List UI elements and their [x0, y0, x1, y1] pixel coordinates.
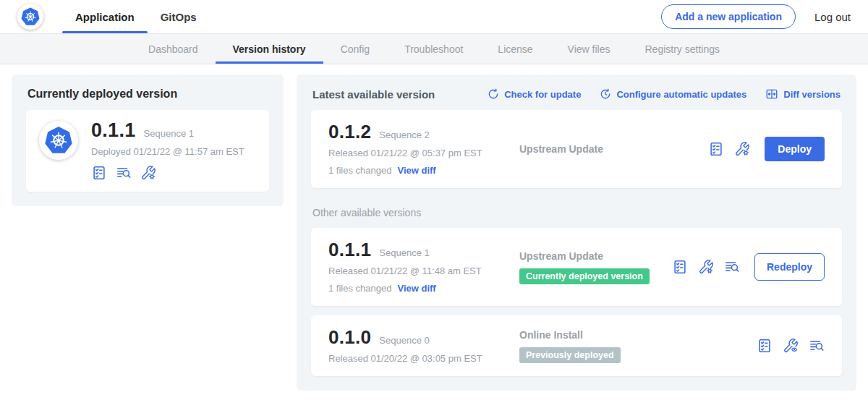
configure-automatic-updates-link[interactable]: Configure automatic updates — [600, 88, 746, 101]
subnav-config[interactable]: Config — [323, 34, 387, 64]
files-changed-label: 1 files changed — [328, 165, 391, 176]
kubernetes-logo[interactable] — [17, 4, 43, 30]
release-notes-checklist-icon[interactable] — [672, 259, 688, 275]
deployed-panel-title: Currently deployed version — [27, 88, 269, 101]
version-source: Online Install Previously deployed — [509, 329, 757, 363]
kubernetes-wheel-icon — [20, 7, 41, 27]
version-card-0-1-2: 0.1.2 Sequence 2 Released 01/21/22 @ 05:… — [311, 110, 842, 188]
app-icon-kubernetes — [39, 121, 78, 160]
version-source: Upstream Update — [509, 143, 708, 155]
edit-config-wrench-gear-icon[interactable] — [734, 141, 750, 157]
version-card-0-1-0: 0.1.0 Sequence 0 Released 01/20/22 @ 03:… — [311, 315, 842, 376]
view-files-search-icon[interactable] — [809, 338, 825, 354]
check-for-update-link[interactable]: Check for update — [488, 88, 581, 101]
view-config-wrench-eye-icon[interactable] — [783, 338, 799, 354]
version-number: 0.1.0 — [328, 328, 371, 347]
version-history-panel: Latest available version Check for updat… — [297, 75, 856, 391]
files-changed-label: 1 files changed — [328, 283, 391, 294]
redeploy-button[interactable]: Redeploy — [754, 253, 825, 281]
version-source: Upstream Update Currently deployed versi… — [509, 250, 672, 284]
subnav-license[interactable]: License — [480, 34, 550, 64]
currently-deployed-badge: Currently deployed version — [519, 268, 650, 284]
subnav-view-files[interactable]: View files — [550, 34, 628, 64]
configure-automatic-updates-label: Configure automatic updates — [616, 89, 746, 100]
kubernetes-wheel-icon — [43, 125, 74, 156]
edit-config-wrench-gear-icon[interactable] — [140, 165, 156, 181]
deployed-version-info: 0.1.1 Sequence 1 Deployed 01/21/22 @ 11:… — [91, 121, 244, 181]
view-diff-link[interactable]: View diff — [397, 165, 435, 176]
version-number: 0.1.1 — [328, 240, 371, 259]
tab-application[interactable]: Application — [62, 0, 148, 33]
view-files-search-icon[interactable] — [724, 259, 740, 275]
deployed-version-number: 0.1.1 — [91, 121, 136, 140]
release-notes-checklist-icon[interactable] — [757, 338, 773, 354]
primary-nav: Application GitOps — [62, 0, 210, 33]
deploy-button[interactable]: Deploy — [765, 137, 825, 161]
other-versions-title: Other available versions — [311, 207, 842, 218]
sequence-label: Sequence 2 — [379, 129, 429, 140]
version-info: 0.1.2 Sequence 2 Released 01/21/22 @ 05:… — [328, 122, 509, 176]
app-header: Application GitOps Add a new application… — [0, 0, 868, 34]
tab-gitops[interactable]: GitOps — [148, 0, 210, 33]
diff-versions-label: Diff versions — [783, 89, 841, 100]
version-card-actions: Redeploy — [672, 253, 825, 281]
currently-deployed-panel: Currently deployed version 0.1.1 Sequenc… — [12, 75, 284, 206]
previously-deployed-badge: Previously deployed — [519, 347, 621, 363]
sequence-label: Sequence 0 — [379, 335, 429, 346]
version-number: 0.1.2 — [328, 122, 371, 141]
subnav-version-history[interactable]: Version history — [216, 34, 323, 64]
source-label: Online Install — [519, 329, 757, 341]
source-label: Upstream Update — [519, 143, 708, 155]
main-content: Currently deployed version 0.1.1 Sequenc… — [0, 64, 868, 401]
released-timestamp: Released 01/21/22 @ 11:48 am EST — [328, 265, 509, 276]
view-diff-link[interactable]: View diff — [397, 283, 435, 294]
release-notes-checklist-icon[interactable] — [91, 165, 107, 181]
deployed-timestamp: Deployed 01/21/22 @ 11:57 am EST — [91, 146, 244, 157]
release-notes-checklist-icon[interactable] — [708, 141, 724, 157]
app-subnav: Dashboard Version history Config Trouble… — [0, 34, 868, 64]
version-info: 0.1.0 Sequence 0 Released 01/20/22 @ 03:… — [328, 328, 509, 364]
released-timestamp: Released 01/21/22 @ 05:37 pm EST — [328, 148, 509, 158]
subnav-registry-settings[interactable]: Registry settings — [628, 34, 737, 64]
version-card-actions — [757, 338, 825, 354]
latest-available-title: Latest available version — [312, 88, 435, 101]
diff-icon — [765, 88, 778, 101]
source-label: Upstream Update — [519, 250, 672, 262]
edit-config-wrench-gear-icon[interactable] — [698, 259, 714, 275]
diff-versions-link[interactable]: Diff versions — [765, 88, 841, 101]
add-application-button[interactable]: Add a new application — [661, 4, 796, 29]
subnav-troubleshoot[interactable]: Troubleshoot — [387, 34, 480, 64]
deployed-sequence-label: Sequence 1 — [144, 128, 194, 139]
version-card-0-1-1: 0.1.1 Sequence 1 Released 01/21/22 @ 11:… — [311, 228, 842, 306]
check-for-update-label: Check for update — [504, 89, 581, 100]
version-actions: Check for update Configure automatic upd… — [488, 88, 841, 101]
deployed-version-card: 0.1.1 Sequence 1 Deployed 01/21/22 @ 11:… — [26, 110, 269, 192]
logout-link[interactable]: Log out — [814, 0, 851, 33]
version-info: 0.1.1 Sequence 1 Released 01/21/22 @ 11:… — [328, 240, 509, 294]
header-spacer — [210, 0, 661, 33]
view-files-search-icon[interactable] — [116, 165, 132, 181]
version-card-actions: Deploy — [708, 137, 825, 161]
schedule-refresh-icon — [600, 88, 611, 100]
refresh-icon — [488, 88, 499, 100]
subnav-dashboard[interactable]: Dashboard — [131, 34, 216, 64]
sequence-label: Sequence 1 — [379, 247, 429, 258]
released-timestamp: Released 01/20/22 @ 03:05 pm EST — [328, 353, 509, 364]
